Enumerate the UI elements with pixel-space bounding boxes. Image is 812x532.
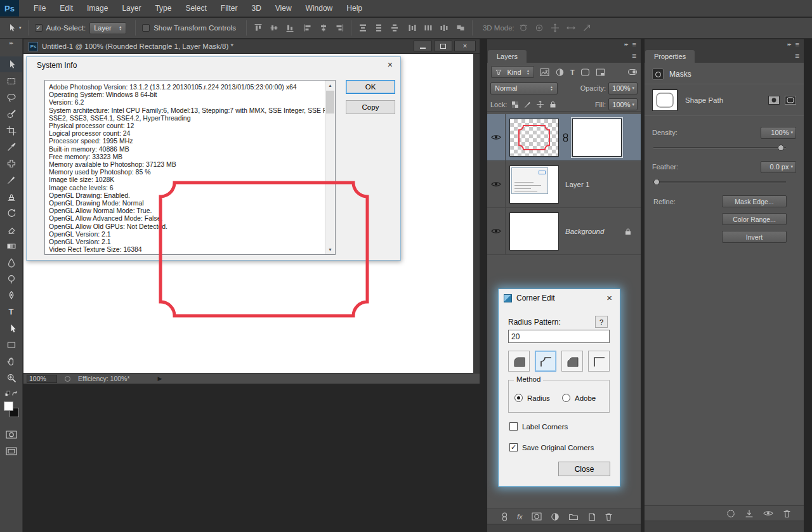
apply-mask-icon[interactable] [745, 509, 754, 518]
menu-item[interactable]: Type [148, 0, 178, 16]
panel-options-icon[interactable]: ≡ [632, 41, 636, 48]
save-original-corners-label[interactable]: Save Original Corners [522, 444, 594, 451]
menu-item[interactable]: View [268, 0, 299, 16]
layer-thumbnail[interactable] [509, 212, 559, 250]
distribute-top-edges-icon[interactable] [358, 23, 368, 33]
align-bottom-edges-icon[interactable] [285, 23, 295, 33]
corner-style-concave-button[interactable] [535, 351, 556, 372]
feather-slider-thumb[interactable] [653, 179, 660, 185]
visibility-toggle[interactable] [487, 208, 506, 254]
filter-type-layers-icon[interactable]: T [570, 68, 575, 76]
layer-row-shape[interactable] [487, 114, 641, 161]
tab-layers[interactable]: Layers [488, 50, 527, 63]
close-icon[interactable]: × [606, 292, 612, 303]
mask-to-selection-icon[interactable] [726, 509, 735, 518]
clone-stamp-tool[interactable] [0, 188, 22, 204]
layer-name[interactable]: Background [565, 228, 604, 235]
visibility-toggle[interactable] [487, 114, 506, 160]
layer-row-layer1[interactable]: Layer 1 [487, 161, 641, 208]
radius-pattern-input[interactable] [508, 330, 610, 343]
density-field[interactable]: 100% ▾ [761, 127, 796, 139]
ok-button[interactable]: OK [346, 80, 395, 94]
link-layers-icon[interactable] [501, 512, 508, 521]
radio-selected-icon[interactable] [514, 394, 523, 402]
checkbox-checked-icon[interactable]: ✓ [509, 443, 518, 451]
align-vertical-centers-icon[interactable] [269, 23, 279, 33]
auto-select-target-dropdown[interactable]: Layer ▲▼ [89, 22, 126, 34]
status-menu-arrow-icon[interactable]: ▶ [158, 375, 162, 382]
menu-item[interactable]: Select [178, 0, 213, 16]
help-button[interactable]: ? [595, 316, 608, 328]
menu-item[interactable]: Layer [115, 0, 148, 16]
corner-style-round-button[interactable] [508, 351, 530, 372]
canvas-scroll-track[interactable] [473, 54, 480, 373]
feather-field[interactable]: 0.0 px ▾ [761, 161, 796, 173]
quick-selection-tool[interactable] [0, 106, 22, 122]
lock-transparency-icon[interactable] [511, 101, 519, 108]
link-mask-icon[interactable] [562, 133, 569, 142]
layer-name[interactable]: Layer 1 [565, 181, 589, 188]
menu-item[interactable]: File [27, 0, 53, 16]
align-right-edges-icon[interactable] [334, 23, 344, 33]
filter-pixel-layers-icon[interactable] [540, 68, 549, 77]
properties-menu-icon[interactable]: ≡ [795, 51, 799, 60]
density-slider[interactable] [653, 147, 786, 149]
eyedropper-tool[interactable] [0, 139, 22, 155]
pixel-mask-icon[interactable] [768, 96, 780, 105]
radius-radio-label[interactable]: Radius [527, 394, 550, 402]
rectangle-tool[interactable] [0, 337, 22, 353]
layer-row-background[interactable]: Background [487, 208, 641, 255]
filter-shape-layers-icon[interactable] [580, 68, 590, 77]
tab-properties[interactable]: Properties [645, 50, 695, 63]
radius-radio-option[interactable]: Radius [514, 394, 550, 402]
add-layer-mask-icon[interactable] [532, 512, 542, 521]
feather-slider[interactable] [653, 181, 786, 183]
lock-pixels-icon[interactable] [523, 100, 532, 108]
opacity-field[interactable]: 100% ▾ [608, 82, 638, 94]
blend-mode-dropdown[interactable]: Normal ▲▼ [490, 82, 558, 94]
label-corners-option[interactable]: Label Corners [509, 422, 568, 431]
collapse-panel-icon[interactable]: ▸▸ [625, 42, 628, 47]
align-left-edges-icon[interactable] [303, 23, 313, 33]
menu-item[interactable]: Window [299, 0, 340, 16]
tool-preset-picker[interactable]: ▾ [6, 23, 22, 33]
new-adjustment-layer-icon[interactable] [551, 512, 560, 521]
layers-menu-icon[interactable]: ≡ [632, 51, 636, 60]
copy-button[interactable]: Copy [346, 100, 395, 114]
new-layer-icon[interactable] [587, 512, 596, 521]
collapse-toolbar-icon[interactable]: ▸▸ [0, 39, 22, 48]
type-tool[interactable]: T [0, 304, 22, 320]
close-button[interactable]: × [454, 41, 476, 51]
canvas[interactable]: System Info × Adobe Photoshop Version: 1… [23, 54, 473, 373]
invert-button[interactable]: Invert [722, 231, 787, 243]
delete-mask-icon[interactable] [783, 509, 791, 518]
vector-mask-icon[interactable] [785, 96, 796, 105]
dodge-tool[interactable] [0, 271, 22, 287]
menu-item[interactable]: Filter [214, 0, 245, 16]
3d-pan-icon[interactable] [550, 23, 560, 33]
shape-path-thumbnail[interactable] [652, 89, 678, 111]
delete-layer-icon[interactable] [605, 512, 613, 521]
distribute-vertical-centers-icon[interactable] [374, 23, 384, 33]
disable-mask-eye-icon[interactable] [763, 510, 773, 517]
menu-item[interactable]: Help [339, 0, 369, 16]
lasso-tool[interactable] [0, 89, 22, 105]
pen-tool[interactable] [0, 287, 22, 303]
radio-icon[interactable] [562, 394, 570, 402]
filter-toggle-icon[interactable] [628, 69, 637, 75]
3d-roll-icon[interactable] [534, 23, 544, 33]
scroll-down-icon[interactable]: ▼ [325, 245, 335, 254]
auto-align-layers-icon[interactable] [455, 23, 466, 33]
hand-tool[interactable] [0, 353, 22, 369]
3d-orbit-icon[interactable] [518, 23, 528, 33]
zoom-tool[interactable] [0, 370, 22, 386]
history-brush-tool[interactable] [0, 205, 22, 221]
distribute-bottom-edges-icon[interactable] [390, 23, 400, 33]
blur-tool[interactable] [0, 254, 22, 270]
screen-mode-button[interactable] [0, 443, 22, 459]
filter-smart-objects-icon[interactable] [596, 68, 605, 77]
close-icon[interactable]: × [388, 60, 393, 70]
filter-adjustment-layers-icon[interactable] [555, 68, 565, 77]
align-horizontal-centers-icon[interactable] [318, 23, 329, 33]
fill-field[interactable]: 100% ▾ [608, 98, 638, 110]
